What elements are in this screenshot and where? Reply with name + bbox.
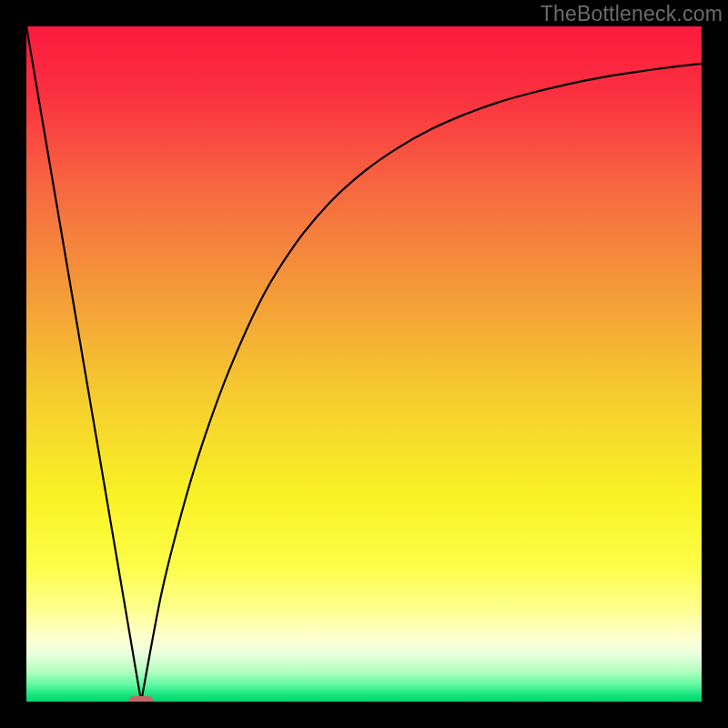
chart-lines	[26, 26, 702, 702]
watermark-label: TheBottleneck.com	[541, 2, 723, 26]
plot-area	[26, 26, 702, 702]
left-leg-line	[26, 26, 141, 702]
right-curve-line	[141, 64, 702, 702]
chart-frame: TheBottleneck.com	[0, 0, 728, 728]
minimum-marker	[128, 696, 154, 702]
